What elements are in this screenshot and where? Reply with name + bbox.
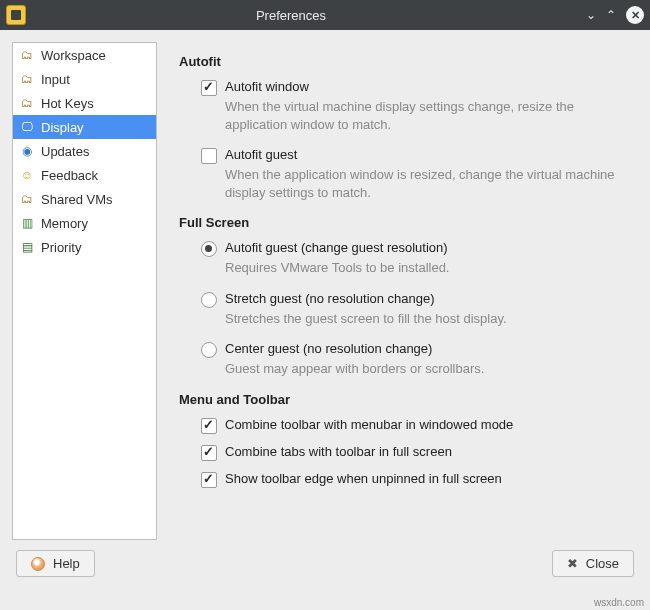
priority-icon: ▤ bbox=[19, 240, 35, 254]
feedback-icon: ☺ bbox=[19, 168, 35, 182]
folder-icon: 🗂 bbox=[19, 72, 35, 86]
option-desc: Requires VMware Tools to be installed. bbox=[225, 259, 622, 277]
sidebar-item-label: Hot Keys bbox=[41, 96, 94, 111]
sidebar-item-label: Memory bbox=[41, 216, 88, 231]
sidebar-item-priority[interactable]: ▤ Priority bbox=[13, 235, 156, 259]
option-label: Combine toolbar with menubar in windowed… bbox=[225, 417, 622, 432]
section-title-fullscreen: Full Screen bbox=[179, 215, 622, 230]
button-label: Close bbox=[586, 556, 619, 571]
option-fs-autofit-guest[interactable]: Autofit guest (change guest resolution) … bbox=[179, 240, 622, 277]
sidebar-item-label: Priority bbox=[41, 240, 81, 255]
option-label: Center guest (no resolution change) bbox=[225, 341, 622, 356]
option-autofit-guest[interactable]: Autofit guest When the application windo… bbox=[179, 147, 622, 201]
sidebar-item-label: Display bbox=[41, 120, 84, 135]
option-label: Autofit guest (change guest resolution) bbox=[225, 240, 622, 255]
sidebar-item-hotkeys[interactable]: 🗂 Hot Keys bbox=[13, 91, 156, 115]
close-button[interactable]: ✖ Close bbox=[552, 550, 634, 577]
sidebar: 🗂 Workspace 🗂 Input 🗂 Hot Keys 🖵 Display… bbox=[12, 42, 157, 540]
checkbox-combine-toolbar[interactable] bbox=[201, 418, 217, 434]
sidebar-item-label: Workspace bbox=[41, 48, 106, 63]
app-icon bbox=[6, 5, 26, 25]
button-label: Help bbox=[53, 556, 80, 571]
sidebar-item-display[interactable]: 🖵 Display bbox=[13, 115, 156, 139]
option-label: Combine tabs with toolbar in full screen bbox=[225, 444, 622, 459]
sidebar-item-label: Feedback bbox=[41, 168, 98, 183]
option-desc: When the application window is resized, … bbox=[225, 166, 622, 201]
option-fs-center-guest[interactable]: Center guest (no resolution change) Gues… bbox=[179, 341, 622, 378]
maximize-button[interactable]: ⌃ bbox=[606, 8, 616, 22]
checkbox-show-edge[interactable] bbox=[201, 472, 217, 488]
minimize-button[interactable]: ⌄ bbox=[586, 8, 596, 22]
sidebar-item-updates[interactable]: ◉ Updates bbox=[13, 139, 156, 163]
memory-icon: ▥ bbox=[19, 216, 35, 230]
option-label: Show toolbar edge when unpinned in full … bbox=[225, 471, 622, 486]
sidebar-item-label: Updates bbox=[41, 144, 89, 159]
option-combine-toolbar[interactable]: Combine toolbar with menubar in windowed… bbox=[179, 417, 622, 434]
checkbox-combine-tabs[interactable] bbox=[201, 445, 217, 461]
section-title-autofit: Autofit bbox=[179, 54, 622, 69]
option-label: Autofit window bbox=[225, 79, 622, 94]
help-icon bbox=[31, 557, 45, 571]
sidebar-item-memory[interactable]: ▥ Memory bbox=[13, 211, 156, 235]
folder-icon: 🗂 bbox=[19, 192, 35, 206]
display-panel: Autofit Autofit window When the virtual … bbox=[157, 42, 638, 540]
radio-fs-autofit-guest[interactable] bbox=[201, 241, 217, 257]
section-title-menu-toolbar: Menu and Toolbar bbox=[179, 392, 622, 407]
close-icon: ✖ bbox=[567, 556, 578, 571]
sidebar-item-label: Input bbox=[41, 72, 70, 87]
option-show-edge[interactable]: Show toolbar edge when unpinned in full … bbox=[179, 471, 622, 488]
updates-icon: ◉ bbox=[19, 144, 35, 158]
sidebar-item-input[interactable]: 🗂 Input bbox=[13, 67, 156, 91]
option-desc: Guest may appear with borders or scrollb… bbox=[225, 360, 622, 378]
sidebar-item-feedback[interactable]: ☺ Feedback bbox=[13, 163, 156, 187]
close-window-button[interactable]: ✕ bbox=[626, 6, 644, 24]
window-controls: ⌄ ⌃ ✕ bbox=[586, 6, 644, 24]
monitor-icon: 🖵 bbox=[19, 120, 35, 134]
option-desc: When the virtual machine display setting… bbox=[225, 98, 622, 133]
sidebar-item-label: Shared VMs bbox=[41, 192, 113, 207]
folder-icon: 🗂 bbox=[19, 96, 35, 110]
titlebar: Preferences ⌄ ⌃ ✕ bbox=[0, 0, 650, 30]
window-title: Preferences bbox=[0, 8, 586, 23]
watermark: wsxdn.com bbox=[594, 597, 644, 608]
option-label: Stretch guest (no resolution change) bbox=[225, 291, 622, 306]
sidebar-item-workspace[interactable]: 🗂 Workspace bbox=[13, 43, 156, 67]
radio-fs-center-guest[interactable] bbox=[201, 342, 217, 358]
option-desc: Stretches the guest screen to fill the h… bbox=[225, 310, 622, 328]
help-button[interactable]: Help bbox=[16, 550, 95, 577]
option-fs-stretch-guest[interactable]: Stretch guest (no resolution change) Str… bbox=[179, 291, 622, 328]
checkbox-autofit-guest[interactable] bbox=[201, 148, 217, 164]
footer: Help ✖ Close bbox=[0, 550, 650, 594]
sidebar-item-sharedvms[interactable]: 🗂 Shared VMs bbox=[13, 187, 156, 211]
folder-icon: 🗂 bbox=[19, 48, 35, 62]
radio-fs-stretch-guest[interactable] bbox=[201, 292, 217, 308]
checkbox-autofit-window[interactable] bbox=[201, 80, 217, 96]
option-label: Autofit guest bbox=[225, 147, 622, 162]
content: 🗂 Workspace 🗂 Input 🗂 Hot Keys 🖵 Display… bbox=[0, 30, 650, 550]
option-autofit-window[interactable]: Autofit window When the virtual machine … bbox=[179, 79, 622, 133]
option-combine-tabs[interactable]: Combine tabs with toolbar in full screen bbox=[179, 444, 622, 461]
